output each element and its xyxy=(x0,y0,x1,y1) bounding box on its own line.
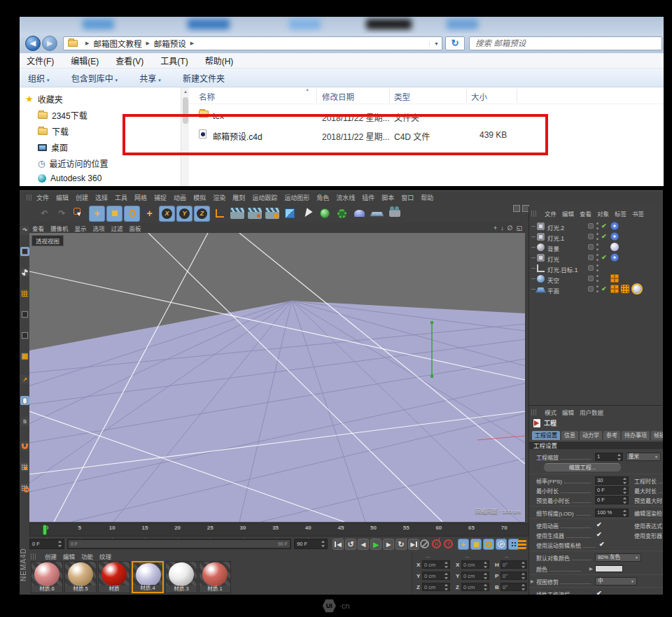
material-thumbnail-selected[interactable]: 材质.4 xyxy=(132,561,164,593)
tab-key-interpolation[interactable]: 帧插值 xyxy=(651,431,663,440)
menu-item[interactable]: 帮助(H) xyxy=(205,55,234,66)
sidebar-item-desktop[interactable]: 桌面 xyxy=(38,141,68,153)
add-cube-button[interactable] xyxy=(281,206,298,222)
layout-switch-icons[interactable] xyxy=(513,205,529,212)
breadcrumb-current[interactable]: 邮箱预设 xyxy=(154,38,186,49)
command-bar-item[interactable]: 包含到库中 xyxy=(71,72,119,84)
tab-todo[interactable]: 待办事项 xyxy=(622,431,650,440)
lod-input[interactable]: 100 % xyxy=(595,509,629,517)
camera-button[interactable] xyxy=(386,206,402,222)
size-z-input[interactable]: 0 cm xyxy=(461,583,489,591)
section-header[interactable]: 工程设置 xyxy=(529,441,663,449)
menu-item[interactable]: 模拟 xyxy=(193,193,206,202)
size-x-input[interactable]: 0 cm xyxy=(461,560,489,569)
material-thumbnail[interactable]: 材质.3 xyxy=(165,561,197,593)
menu-item[interactable]: 书签 xyxy=(632,209,644,218)
scale-project-button[interactable]: 缩放工程... xyxy=(543,463,622,472)
deformer-button[interactable] xyxy=(351,206,368,222)
key-rotation-button[interactable] xyxy=(483,539,494,550)
viewport-menu-item[interactable]: 选项 xyxy=(93,224,105,232)
visibility-dots[interactable] xyxy=(596,243,598,250)
panel-grip-icon[interactable] xyxy=(31,553,37,560)
menu-item[interactable]: 创建 xyxy=(45,552,57,560)
spinner-arrows-icon[interactable] xyxy=(321,541,325,547)
menu-item[interactable]: 编辑 xyxy=(63,552,75,560)
sidebar-item-recent-places[interactable]: ◷最近访问的位置 xyxy=(38,157,108,169)
object-row[interactable]: 灯光.目标.1 xyxy=(529,263,663,274)
position-y-input[interactable]: 0 cm xyxy=(422,572,450,580)
menu-item[interactable]: 创建 xyxy=(76,193,88,202)
generators-button[interactable] xyxy=(334,206,350,222)
menu-item[interactable]: 运动跟踪 xyxy=(252,193,277,202)
visibility-dots[interactable] xyxy=(596,254,598,261)
project-scale-input[interactable]: 1 xyxy=(595,453,623,461)
menu-item[interactable]: 编辑 xyxy=(562,408,574,416)
go-to-end-button[interactable]: ▶ xyxy=(408,539,419,550)
maximize-view-icon[interactable]: ◱ xyxy=(516,225,522,232)
target-tag-icon[interactable] xyxy=(610,253,619,262)
checkbox-checked[interactable]: ✔ xyxy=(596,521,602,528)
tab-project-settings[interactable]: 工程设置 xyxy=(532,431,560,440)
key-scale-button[interactable] xyxy=(470,539,482,550)
min-time-input[interactable]: 0 F xyxy=(595,486,629,495)
material-tag-icon-selected[interactable] xyxy=(633,285,641,293)
enabled-check-icon[interactable]: ✔ xyxy=(601,254,607,261)
make-editable-tool[interactable]: ↷ xyxy=(20,226,29,235)
last-used-tool[interactable]: + xyxy=(141,206,158,222)
preview-min-input[interactable]: 0 F xyxy=(595,496,629,504)
record-keyframe-button[interactable] xyxy=(432,539,441,548)
snapping-tool[interactable] xyxy=(20,441,29,451)
loop-mode-button[interactable]: ↻ xyxy=(396,539,407,550)
key-position-button[interactable]: + xyxy=(458,539,469,550)
column-date[interactable]: 修改日期 xyxy=(322,91,354,102)
view-clipping-dropdown[interactable]: 中 xyxy=(595,577,637,586)
layer-toggle[interactable] xyxy=(588,234,594,239)
address-history-dropdown[interactable]: ▼ xyxy=(429,41,439,46)
play-backwards-button[interactable]: ↺ xyxy=(345,539,356,550)
texture-tag-icon[interactable] xyxy=(610,285,619,293)
menu-item[interactable]: 插件 xyxy=(362,193,374,202)
polygons-mode-tool[interactable] xyxy=(20,352,29,361)
material-thumbnail[interactable]: 材质.5 xyxy=(64,561,97,593)
menu-item[interactable]: 脚本 xyxy=(382,193,394,202)
layer-toggle[interactable] xyxy=(588,276,594,281)
material-tag-icon[interactable] xyxy=(610,243,619,251)
menu-item[interactable]: 标签 xyxy=(615,209,626,218)
x-axis-lock-button[interactable]: X xyxy=(159,206,175,222)
command-bar-item[interactable]: 组织 xyxy=(28,72,50,84)
checkbox-checked[interactable]: ✔ xyxy=(599,541,605,548)
material-thumbnail[interactable]: 材质 xyxy=(98,561,130,593)
texture-tag-icon[interactable] xyxy=(610,274,619,283)
move-tool[interactable]: + xyxy=(89,206,105,222)
previous-frame-button[interactable]: ◀ xyxy=(358,539,369,550)
phong-tag-icon[interactable] xyxy=(621,285,629,293)
layer-toggle[interactable] xyxy=(588,223,594,229)
visibility-dots[interactable] xyxy=(596,233,598,240)
position-x-input[interactable]: 0 cm xyxy=(422,560,450,569)
breadcrumb-root[interactable]: 邮箱图文教程 xyxy=(93,38,141,49)
menu-item[interactable]: 纹理 xyxy=(99,552,111,560)
viewport-menu-item[interactable]: 面板 xyxy=(130,224,141,232)
forward-button[interactable]: ▶ xyxy=(42,36,57,51)
play-button[interactable]: ▶ xyxy=(370,539,382,550)
sort-ascending-icon[interactable]: ▲ xyxy=(305,87,309,92)
lock-workplane-tool[interactable] xyxy=(20,462,29,471)
workplane-mode-tool[interactable] xyxy=(20,289,29,298)
viewport-menu-item[interactable]: 查看 xyxy=(32,224,44,232)
panel-grip-icon[interactable] xyxy=(27,194,33,201)
sidebar-item-2345-download[interactable]: 2345下载 xyxy=(38,109,88,121)
end-frame-spinner[interactable]: 90 F xyxy=(294,539,328,549)
tab-info[interactable]: 信息 xyxy=(561,431,578,440)
visibility-dots[interactable] xyxy=(596,222,598,229)
checkbox-checked[interactable]: ✔ xyxy=(596,590,602,595)
rotation-h-input[interactable]: 0° xyxy=(500,560,527,569)
menu-item[interactable]: 动画 xyxy=(174,193,186,202)
subdivision-surface-button[interactable] xyxy=(316,206,332,222)
sidebar-item-download[interactable]: 下载 xyxy=(38,125,69,137)
menu-item[interactable]: 运动图形 xyxy=(284,193,309,202)
menu-item[interactable]: 帮助 xyxy=(421,193,433,202)
layer-toggle[interactable] xyxy=(588,255,594,260)
checkbox-checked[interactable]: ✔ xyxy=(596,531,602,538)
next-frame-button[interactable]: ▶ xyxy=(383,539,394,550)
menu-item[interactable]: 选择 xyxy=(95,193,108,202)
